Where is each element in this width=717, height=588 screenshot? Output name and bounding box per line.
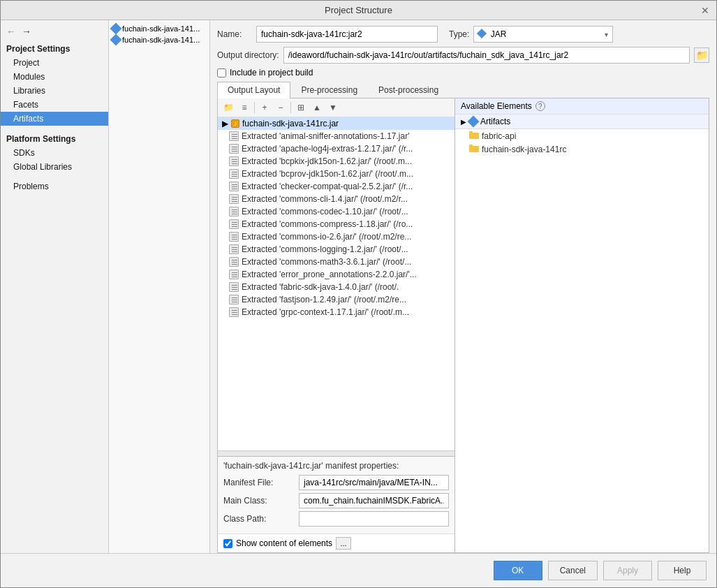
output-dir-label: Output directory: — [217, 50, 279, 60]
dialog-title: Project Structure — [325, 5, 392, 15]
ok-button[interactable]: OK — [494, 561, 542, 580]
list-item[interactable]: Extracted 'animal-sniffer-annotations-1.… — [218, 130, 454, 142]
list-item[interactable]: Extracted 'error_prone_annotations-2.2.0… — [218, 268, 454, 281]
list-item[interactable]: Extracted 'commons-io-2.6.jar/' (/root/.… — [218, 230, 454, 243]
sidebar-item-sdks[interactable]: SDKs — [1, 146, 108, 160]
list-item[interactable]: Extracted 'commons-compress-1.18.jar/' (… — [218, 218, 454, 230]
close-button[interactable]: ✕ — [700, 5, 711, 16]
extract-icon — [229, 182, 239, 191]
name-input[interactable] — [256, 26, 438, 43]
move-down-btn[interactable]: ▼ — [325, 101, 341, 115]
dots-button[interactable]: ... — [336, 537, 351, 550]
extract-icon — [229, 282, 239, 292]
list-root-item[interactable]: ▶ J fuchain-sdk-java-141rc.jar — [218, 117, 454, 130]
horizontal-scrollbar[interactable] — [218, 450, 454, 456]
extract-icon — [229, 219, 239, 229]
list-item[interactable]: Extracted 'fabric-sdk-java-1.4.0.jar/' (… — [218, 281, 454, 293]
available-item-fabric-api[interactable]: fabric-api — [455, 129, 709, 142]
project-structure-dialog: Project Structure ✕ ← → Project Settings… — [0, 0, 717, 588]
properties-btn[interactable]: ⊞ — [293, 101, 309, 115]
show-content-label: Show content of elements — [236, 538, 332, 548]
tab-output-layout[interactable]: Output Layout — [217, 82, 290, 98]
list-toolbar: 📁 ≡ + − ⊞ ▲ ▼ — [218, 98, 454, 117]
class-path-label: Class Path: — [223, 514, 293, 524]
svg-rect-3 — [469, 146, 479, 152]
show-content-row: Show content of elements ... — [218, 534, 454, 552]
list-item[interactable]: Extracted 'apache-log4j-extras-1.2.17.ja… — [218, 142, 454, 155]
tabs-bar: Output Layout Pre-processing Post-proces… — [217, 82, 709, 98]
bottom-bar: OK Cancel Apply Help — [1, 553, 716, 587]
remove-element-btn[interactable]: − — [273, 101, 288, 115]
available-elements-header: Available Elements ? — [455, 98, 709, 115]
extract-icon — [229, 295, 239, 304]
svg-rect-4 — [469, 145, 473, 147]
move-up-btn[interactable]: ▲ — [309, 101, 325, 115]
list-item[interactable]: Extracted 'commons-logging-1.2.jar/' (/r… — [218, 243, 454, 256]
main-right-area: Name: Type: JAR ▾ — [210, 20, 716, 553]
extract-icon — [229, 169, 239, 179]
help-icon[interactable]: ? — [535, 101, 545, 111]
list-content: ▶ J fuchain-sdk-java-141rc.jar Extracted… — [218, 117, 454, 450]
sidebar-item-problems[interactable]: Problems — [1, 179, 108, 193]
folder-tree-btn[interactable]: 📁 — [221, 101, 236, 115]
list-item[interactable]: Extracted 'commons-codec-1.10.jar/' (/ro… — [218, 205, 454, 218]
main-class-input[interactable] — [299, 493, 449, 508]
apply-button[interactable]: Apply — [603, 561, 652, 580]
toolbar-sep-2 — [290, 102, 291, 113]
extract-icon — [229, 257, 239, 267]
type-select-value: JAR — [478, 29, 605, 39]
list-item[interactable]: Extracted 'grpc-context-1.17.1.jar/' (/r… — [218, 306, 454, 318]
tab-pre-processing[interactable]: Pre-processing — [290, 82, 368, 98]
right-panel: fuchain-sdk-java-141... fuchain-sdk-java… — [109, 20, 716, 553]
main-class-label: Main Class: — [223, 496, 293, 506]
list-item[interactable]: Extracted 'bcprov-jdk15on-1.62.jar/' (/r… — [218, 168, 454, 180]
class-path-input[interactable] — [299, 511, 449, 527]
artifact-output-list: 📁 ≡ + − ⊞ ▲ ▼ — [218, 98, 455, 552]
forward-button[interactable]: → — [20, 26, 33, 37]
tab-post-processing[interactable]: Post-processing — [368, 82, 449, 98]
list-view-btn[interactable]: ≡ — [237, 101, 252, 115]
sidebar: ← → Project Settings Project Modules Lib… — [1, 20, 109, 553]
output-dir-input[interactable] — [283, 47, 690, 64]
available-item-fuchain[interactable]: fuchain-sdk-java-141rc — [455, 142, 709, 156]
type-dropdown-arrow: ▾ — [605, 31, 608, 38]
sidebar-item-project[interactable]: Project — [1, 56, 108, 70]
tree-item-1[interactable]: fuchain-sdk-java-141... — [109, 23, 209, 34]
show-content-checkbox[interactable] — [223, 539, 232, 548]
add-element-btn[interactable]: + — [257, 101, 272, 115]
sidebar-item-facets[interactable]: Facets — [1, 98, 108, 112]
project-settings-header: Project Settings — [1, 40, 108, 56]
list-item[interactable]: Extracted 'commons-cli-1.4.jar/' (/root/… — [218, 193, 454, 205]
manifest-file-input[interactable] — [299, 475, 449, 490]
available-artifacts-header[interactable]: ▶ Artifacts — [455, 115, 709, 129]
type-select[interactable]: JAR ▾ — [473, 26, 613, 43]
list-item[interactable]: Extracted 'commons-math3-3.6.1.jar/' (/r… — [218, 256, 454, 268]
list-item[interactable]: Extracted 'fastjson-1.2.49.jar/' (/root/… — [218, 293, 454, 306]
back-button[interactable]: ← — [5, 26, 17, 37]
extract-icon — [229, 207, 239, 216]
list-item[interactable]: Extracted 'checker-compat-qual-2.5.2.jar… — [218, 180, 454, 193]
folder-button[interactable]: 📁 — [694, 47, 709, 63]
tree-item-2[interactable]: fuchain-sdk-java-141... — [109, 34, 209, 45]
cancel-button[interactable]: Cancel — [548, 561, 598, 580]
sidebar-item-global-libraries[interactable]: Global Libraries — [1, 160, 108, 174]
extract-icon — [229, 194, 239, 204]
manifest-title: 'fuchain-sdk-java-141rc.jar' manifest pr… — [223, 461, 449, 471]
include-in-build-label: Include in project build — [230, 68, 313, 78]
nav-bar: ← → — [1, 23, 108, 40]
available-elements-panel: Available Elements ? ▶ Artifacts — [455, 98, 709, 552]
sidebar-item-libraries[interactable]: Libraries — [1, 84, 108, 98]
main-content: ← → Project Settings Project Modules Lib… — [1, 20, 716, 553]
extract-icon — [229, 307, 239, 317]
include-in-build-checkbox[interactable] — [217, 68, 226, 78]
type-label: Type: — [449, 29, 469, 39]
extract-icon — [229, 232, 239, 242]
folder-icon — [469, 144, 479, 154]
sidebar-item-artifacts[interactable]: Artifacts — [1, 112, 108, 126]
help-button[interactable]: Help — [658, 561, 707, 580]
extract-icon — [229, 144, 239, 154]
sidebar-item-modules[interactable]: Modules — [1, 70, 108, 84]
list-item[interactable]: Extracted 'bcpkix-jdk15on-1.62.jar/' (/r… — [218, 155, 454, 168]
folder-icon — [469, 131, 479, 141]
extract-icon — [229, 156, 239, 166]
